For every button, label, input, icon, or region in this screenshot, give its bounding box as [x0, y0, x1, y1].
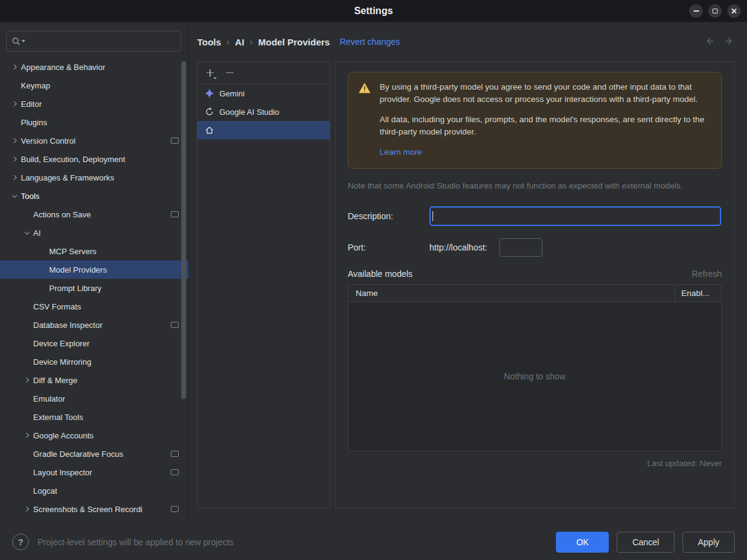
screen-settings-icon [171, 138, 179, 144]
sidebar-item-prompt-library[interactable]: Prompt Library [0, 279, 189, 297]
add-dropdown-caret-icon [213, 77, 217, 79]
add-provider-button[interactable] [202, 66, 218, 80]
chevron-down-icon[interactable] [21, 224, 33, 242]
available-models-header: Available models Refresh [348, 269, 722, 279]
provider-toolbar [197, 62, 330, 84]
sidebar-item-csv-formats[interactable]: CSV Formats [0, 297, 189, 316]
third-party-warning-banner: By using a third-party model you agree t… [348, 72, 722, 169]
sidebar-item-emulator[interactable]: Emulator [0, 389, 189, 408]
search-filter-caret-icon[interactable] [22, 40, 25, 42]
warning-icon [358, 82, 371, 94]
breadcrumb-separator-icon: › [227, 37, 230, 47]
sidebar-item-layout-inspector[interactable]: Layout Inspector [0, 463, 189, 481]
sidebar-item-mcp-servers[interactable]: MCP Servers [0, 242, 189, 260]
sidebar-item-database-inspector[interactable]: Database Inspector [0, 316, 189, 334]
chevron-right-icon[interactable] [21, 500, 33, 518]
sidebar-item-version-control[interactable]: Version Control [0, 131, 189, 150]
back-arrow-icon [704, 36, 715, 47]
forward-button[interactable] [724, 36, 735, 49]
window-controls [689, 4, 741, 18]
minus-icon [226, 72, 233, 74]
maximize-icon [713, 9, 718, 14]
screen-settings-icon [171, 506, 179, 512]
refresh-link[interactable]: Refresh [692, 269, 722, 279]
breadcrumb-model-providers[interactable]: Model Providers [258, 37, 330, 47]
sidebar-item-device-explorer[interactable]: Device Explorer [0, 334, 189, 352]
sidebar-item-build-execution-deployment[interactable]: Build, Execution, Deployment [0, 150, 189, 168]
port-input[interactable] [499, 238, 542, 257]
screen-settings-icon [171, 469, 179, 475]
chevron-down-icon[interactable] [9, 187, 21, 205]
description-input[interactable] [429, 206, 721, 226]
provider-item-gemini[interactable]: Gemini [197, 84, 330, 103]
port-row: Port: http://localhost: [348, 238, 722, 257]
title-bar: Settings [0, 0, 747, 22]
settings-window: Settings Appearance & Behavior Keymap Ed… [0, 0, 747, 560]
plus-icon [206, 69, 214, 77]
cancel-button[interactable]: Cancel [617, 532, 675, 553]
back-button[interactable] [704, 36, 715, 49]
sidebar-item-diff-merge[interactable]: Diff & Merge [0, 371, 189, 389]
ok-button[interactable]: OK [556, 532, 609, 553]
sidebar-item-gradle-declarative-focus[interactable]: Gradle Declarative Focus [0, 445, 189, 463]
help-button[interactable]: ? [12, 534, 29, 550]
provider-item-google-ai-studio[interactable]: Google AI Studio [197, 103, 330, 121]
close-icon [731, 8, 737, 14]
revert-changes-link[interactable]: Revert changes [340, 37, 400, 47]
sidebar-item-tools[interactable]: Tools [0, 187, 189, 205]
settings-tree: Appearance & Behavior Keymap Editor Plug… [0, 58, 189, 518]
sidebar-item-device-mirroring[interactable]: Device Mirroring [0, 352, 189, 371]
google-ai-studio-icon [205, 107, 214, 117]
chevron-right-icon[interactable] [9, 168, 21, 187]
minimize-button[interactable] [689, 4, 703, 18]
sidebar-item-ai[interactable]: AI [0, 224, 189, 242]
close-button[interactable] [727, 4, 741, 18]
window-title: Settings [354, 6, 393, 17]
column-header-name: Name [348, 289, 675, 298]
breadcrumb-ai[interactable]: AI [235, 37, 244, 47]
sidebar-item-google-accounts[interactable]: Google Accounts [0, 426, 189, 445]
warning-paragraph-2: All data, including your files, prompts,… [380, 114, 711, 138]
chevron-right-icon[interactable] [9, 131, 21, 150]
breadcrumb-tools[interactable]: Tools [197, 37, 221, 47]
sidebar-item-screenshots-screen-recording[interactable]: Screenshots & Screen Recordi [0, 500, 189, 518]
question-mark-icon: ? [18, 537, 23, 547]
sidebar-scrollbar[interactable] [181, 61, 186, 399]
settings-sidebar: Appearance & Behavior Keymap Editor Plug… [0, 22, 189, 523]
maximize-button[interactable] [708, 4, 722, 18]
search-icon [12, 37, 21, 46]
last-updated-text: Last updated: Never [348, 459, 722, 468]
sidebar-item-keymap[interactable]: Keymap [0, 76, 189, 95]
sidebar-item-logcat[interactable]: Logcat [0, 481, 189, 500]
screen-settings-icon [171, 211, 179, 217]
minimize-icon [694, 10, 699, 12]
models-table-body: Nothing to show [348, 302, 721, 451]
gemini-icon [205, 88, 214, 98]
apply-button[interactable]: Apply [682, 532, 735, 553]
remove-provider-button[interactable] [222, 66, 238, 80]
chevron-right-icon[interactable] [9, 58, 21, 76]
chevron-right-icon[interactable] [9, 95, 21, 113]
sidebar-item-plugins[interactable]: Plugins [0, 113, 189, 131]
available-models-label: Available models [348, 269, 413, 279]
empty-table-text: Nothing to show [504, 371, 565, 381]
screen-settings-icon [171, 451, 179, 457]
provider-list-panel: Gemini Google AI Studio [197, 61, 330, 508]
provider-detail-panel: By using a third-party model you agree t… [335, 61, 735, 508]
sidebar-item-external-tools[interactable]: External Tools [0, 408, 189, 426]
screen-settings-icon [171, 322, 179, 328]
provider-item-new[interactable] [197, 121, 330, 139]
chevron-right-icon[interactable] [21, 371, 33, 389]
search-input[interactable] [29, 37, 176, 46]
sidebar-item-appearance-behavior[interactable]: Appearance & Behavior [0, 58, 189, 76]
learn-more-link[interactable]: Learn more [380, 147, 422, 157]
chevron-right-icon[interactable] [21, 426, 33, 445]
chevron-right-icon[interactable] [9, 150, 21, 168]
localhost-prefix: http://localhost: [429, 243, 487, 252]
sidebar-item-actions-on-save[interactable]: Actions on Save [0, 205, 189, 224]
home-icon [205, 125, 214, 135]
search-box[interactable] [6, 31, 181, 52]
sidebar-item-model-providers[interactable]: Model Providers [0, 260, 189, 279]
sidebar-item-languages-frameworks[interactable]: Languages & Frameworks [0, 168, 189, 187]
sidebar-item-editor[interactable]: Editor [0, 95, 189, 113]
